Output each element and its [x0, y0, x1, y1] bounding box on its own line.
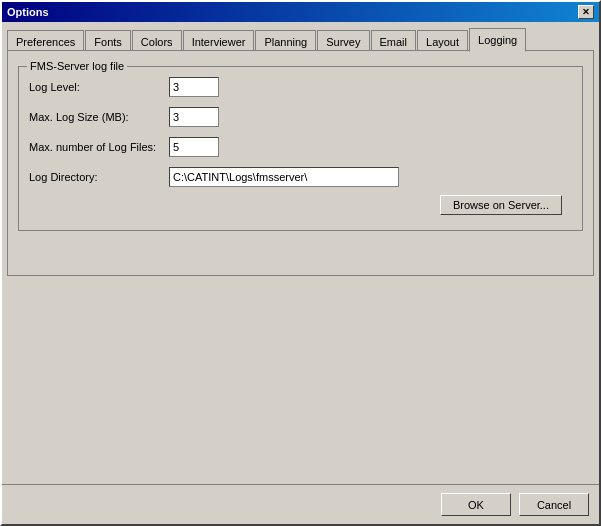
browse-on-server-button[interactable]: Browse on Server...	[440, 195, 562, 215]
window-content: Preferences Fonts Colors Interviewer Pla…	[2, 22, 599, 484]
title-bar: Options ✕	[2, 2, 599, 22]
cancel-button[interactable]: Cancel	[519, 493, 589, 516]
log-level-row: Log Level:	[29, 77, 572, 97]
tab-interviewer[interactable]: Interviewer	[183, 30, 255, 52]
fms-server-log-group: FMS-Server log file Log Level: Max. Log …	[18, 66, 583, 231]
window-title: Options	[7, 6, 49, 18]
tab-fonts[interactable]: Fonts	[85, 30, 131, 52]
tab-planning[interactable]: Planning	[255, 30, 316, 52]
log-level-label: Log Level:	[29, 81, 169, 93]
max-log-files-row: Max. number of Log Files:	[29, 137, 572, 157]
log-directory-row: Log Directory:	[29, 167, 572, 187]
tab-layout[interactable]: Layout	[417, 30, 468, 52]
group-box-legend: FMS-Server log file	[27, 60, 127, 72]
spacer	[7, 276, 594, 480]
tab-email[interactable]: Email	[371, 30, 417, 52]
bottom-bar: OK Cancel	[2, 484, 599, 524]
tab-logging[interactable]: Logging	[469, 28, 526, 52]
tab-survey[interactable]: Survey	[317, 30, 369, 52]
max-log-size-row: Max. Log Size (MB):	[29, 107, 572, 127]
title-bar-buttons: ✕	[578, 5, 594, 19]
tab-panel-logging: FMS-Server log file Log Level: Max. Log …	[7, 50, 594, 276]
max-log-files-label: Max. number of Log Files:	[29, 141, 169, 153]
options-dialog: Options ✕ Preferences Fonts Colors Inter…	[0, 0, 601, 526]
max-log-size-label: Max. Log Size (MB):	[29, 111, 169, 123]
tab-preferences[interactable]: Preferences	[7, 30, 84, 52]
max-log-files-input[interactable]	[169, 137, 219, 157]
log-level-input[interactable]	[169, 77, 219, 97]
tab-colors[interactable]: Colors	[132, 30, 182, 52]
ok-button[interactable]: OK	[441, 493, 511, 516]
max-log-size-input[interactable]	[169, 107, 219, 127]
log-directory-input[interactable]	[169, 167, 399, 187]
tabs-container: Preferences Fonts Colors Interviewer Pla…	[7, 27, 594, 51]
log-directory-label: Log Directory:	[29, 171, 169, 183]
close-button[interactable]: ✕	[578, 5, 594, 19]
